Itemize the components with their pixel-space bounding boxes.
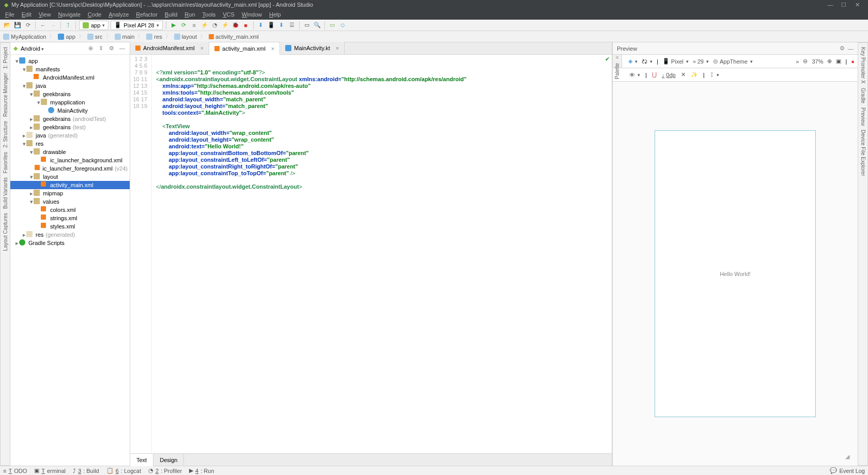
- rail-preview[interactable]: Preview: [860, 108, 866, 126]
- zoom-in-icon[interactable]: ⊕: [827, 58, 832, 65]
- editor-tab-androidmanifest-xml[interactable]: AndroidManifest.xml×: [130, 42, 209, 54]
- gear-icon[interactable]: ⚙: [840, 45, 845, 52]
- close-button[interactable]: ✕: [850, 2, 864, 8]
- infer-constraints-icon[interactable]: ✨: [691, 71, 698, 78]
- surface-icon[interactable]: ◈: [628, 58, 638, 65]
- editor-mode-tab-design[interactable]: Design: [153, 454, 184, 466]
- tree-item-strings-xml[interactable]: strings.xml: [10, 214, 130, 222]
- open-icon[interactable]: 📂: [3, 21, 11, 29]
- collapse-icon[interactable]: ⇕: [99, 45, 106, 52]
- menu-navigate[interactable]: Navigate: [55, 11, 83, 18]
- rail-favorites[interactable]: Favorites: [3, 152, 8, 173]
- locate-icon[interactable]: ⊕: [88, 45, 96, 52]
- menu-code[interactable]: Code: [85, 11, 104, 18]
- stop-icon[interactable]: ■: [242, 21, 250, 29]
- tree-item-mainactivity[interactable]: MainActivity: [10, 106, 130, 115]
- avd-icon[interactable]: 📱: [267, 21, 275, 29]
- menu-view[interactable]: View: [36, 11, 54, 18]
- project-tree[interactable]: ▾app▾manifestsAndroidManifest.xml▾java▾g…: [10, 55, 130, 466]
- more-icon[interactable]: ☰: [288, 21, 296, 29]
- code-content[interactable]: ✔ <?xml version="1.0" encoding="utf-8"?>…: [152, 55, 612, 453]
- tree-item-gradle-scripts[interactable]: ▸Gradle Scripts: [10, 239, 130, 247]
- magnet-icon[interactable]: ⋃: [652, 71, 657, 78]
- rail-layout-captures[interactable]: Layout Captures: [3, 213, 8, 251]
- warnings-icon[interactable]: ●: [851, 58, 855, 65]
- tree-item-ic_launcher_foreground-xml[interactable]: ic_launcher_foreground.xml(v24): [10, 164, 130, 173]
- tree-item-manifests[interactable]: ▾manifests: [10, 65, 130, 73]
- tree-item-geekbrains[interactable]: ▸geekbrains(androidTest): [10, 115, 130, 123]
- editor-tab-activity_main-xml[interactable]: activity_main.xml×: [209, 42, 280, 55]
- menu-analyze[interactable]: Analyze: [105, 11, 132, 18]
- more-icon[interactable]: »: [796, 58, 799, 65]
- layout-inspector-icon[interactable]: ◇: [338, 21, 347, 29]
- project-view-selector[interactable]: Android: [21, 45, 44, 52]
- run-config-combo[interactable]: app ▾: [79, 21, 109, 30]
- tree-item-layout[interactable]: ▾layout: [10, 173, 130, 181]
- close-tab-icon[interactable]: ×: [336, 45, 339, 51]
- debug-icon[interactable]: ⟳: [180, 21, 188, 29]
- profile-icon[interactable]: ≡: [190, 21, 198, 29]
- tree-item-styles-xml[interactable]: styles.xml: [10, 222, 130, 231]
- breadcrumb-app[interactable]: app: [58, 34, 75, 40]
- forward-icon[interactable]: →: [49, 21, 57, 29]
- rail-gradle[interactable]: Gradle: [860, 88, 866, 103]
- status-todo[interactable]: ≡ TODO: [3, 467, 27, 474]
- menu-edit[interactable]: Edit: [19, 11, 35, 18]
- view-options-icon[interactable]: 👁: [629, 72, 640, 78]
- breadcrumb-layout[interactable]: layout: [174, 34, 197, 40]
- tree-item-res[interactable]: ▾res: [10, 140, 130, 148]
- tree-item-geekbrains[interactable]: ▾geekbrains: [10, 90, 130, 98]
- device-preview-frame[interactable]: Hello World!: [655, 130, 816, 417]
- breadcrumb-src[interactable]: src: [87, 34, 103, 40]
- save-icon[interactable]: 💾: [13, 21, 22, 29]
- tree-item-myapplication[interactable]: ▾myapplication: [10, 98, 130, 106]
- breadcrumb-activity_main-xml[interactable]: activity_main.xml: [209, 34, 259, 40]
- preview-api-selector[interactable]: ≈ 29: [693, 58, 709, 65]
- code-editor[interactable]: 1 2 3 4 5 6 7 8 9 10 11 12 13 14 15 16 1…: [130, 55, 612, 453]
- apply-changes-icon[interactable]: 🐞: [231, 21, 240, 29]
- event-log-button[interactable]: 💬 Event Log: [830, 467, 865, 474]
- menu-help[interactable]: Help: [266, 11, 284, 18]
- preview-canvas[interactable]: Hello World! ◢: [613, 82, 858, 466]
- menu-tools[interactable]: Tools: [199, 11, 219, 18]
- sdk-icon[interactable]: ⬇: [277, 21, 286, 29]
- tree-item-geekbrains[interactable]: ▸geekbrains(test): [10, 123, 130, 131]
- structure-icon[interactable]: ▭: [303, 21, 311, 29]
- build-icon[interactable]: ⤴: [64, 20, 73, 30]
- minimize-button[interactable]: —: [824, 2, 837, 8]
- tree-item-androidmanifest-xml[interactable]: AndroidManifest.xml: [10, 73, 130, 82]
- menu-vcs[interactable]: VCS: [220, 11, 238, 18]
- status-terminal[interactable]: ▣ Terminal: [34, 467, 66, 474]
- pack-icon[interactable]: 𝙸: [710, 71, 719, 78]
- rail-1-project[interactable]: 1: Project: [3, 47, 8, 69]
- zoom-out-icon[interactable]: ⊖: [803, 58, 808, 65]
- device-combo[interactable]: 📱 Pixel API 28 ▾: [111, 21, 162, 30]
- coverage-icon[interactable]: ◔: [211, 21, 219, 29]
- gear-icon[interactable]: ⚙: [109, 45, 116, 52]
- menu-file[interactable]: File: [2, 11, 18, 18]
- attach-debugger-icon[interactable]: ⚡: [200, 21, 209, 29]
- status-3-build[interactable]: ⤴ 3: Build: [73, 467, 99, 474]
- breadcrumb-main[interactable]: main: [115, 34, 135, 40]
- tree-item-colors-xml[interactable]: colors.xml: [10, 206, 130, 214]
- tree-item-app[interactable]: ▾app: [10, 57, 130, 65]
- preview-theme-selector[interactable]: ◎ AppTheme: [713, 58, 753, 65]
- orientation-icon[interactable]: 🗘: [642, 58, 653, 65]
- tree-item-res[interactable]: ▸res(generated): [10, 231, 130, 239]
- preview-device-selector[interactable]: 📱 Pixel: [662, 58, 689, 65]
- breadcrumb-res[interactable]: res: [146, 34, 162, 40]
- sync-icon[interactable]: ⟳: [24, 21, 32, 29]
- hotswap-icon[interactable]: ⚡: [221, 21, 229, 29]
- menu-window[interactable]: Window: [239, 11, 265, 18]
- tree-item-drawable[interactable]: ▾drawable: [10, 148, 130, 156]
- zoom-fit-icon[interactable]: ▣: [836, 58, 841, 65]
- rail-key-promoter-x[interactable]: Key Promoter X: [860, 47, 866, 84]
- tree-item-activity_main-xml[interactable]: activity_main.xml: [10, 181, 130, 189]
- menu-refactor[interactable]: Refactor: [133, 11, 161, 18]
- clear-constraints-icon[interactable]: ✕: [681, 71, 686, 78]
- default-margins[interactable]: ↓ 0dp: [662, 72, 676, 78]
- maximize-button[interactable]: ☐: [837, 2, 850, 8]
- menu-build[interactable]: Build: [162, 11, 180, 18]
- rail-device-file-explorer[interactable]: Device File Explorer: [860, 130, 866, 176]
- breadcrumb-myapplication[interactable]: MyApplication: [3, 34, 46, 40]
